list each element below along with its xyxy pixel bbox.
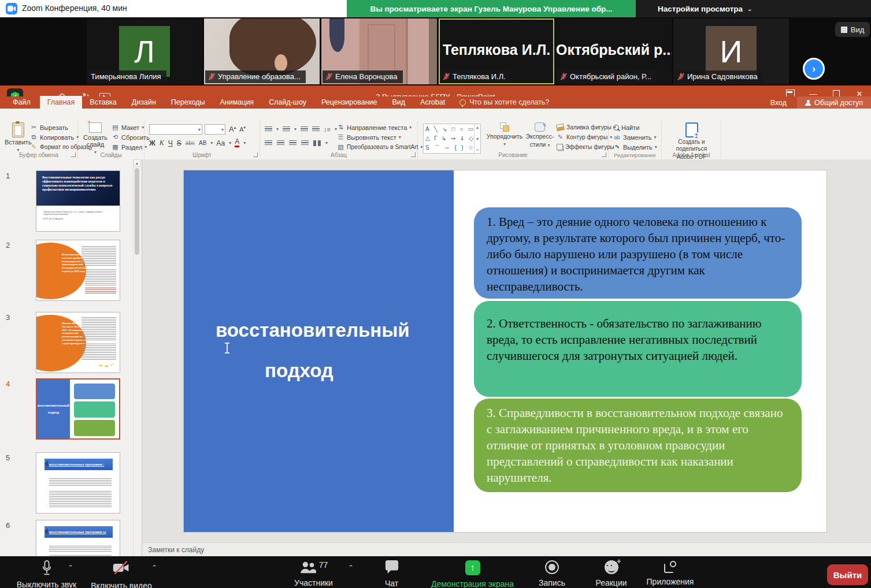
audio-options-chevron[interactable]: ⌃ bbox=[68, 564, 73, 572]
record-button[interactable]: Запись bbox=[529, 560, 575, 587]
shapes-gallery[interactable]: A╲↘□○▭ △Г↳⇒⇓◇ S⌒∼{}☆ ▲▼≡ bbox=[423, 124, 481, 154]
align-center-icon[interactable] bbox=[277, 140, 284, 146]
participant-tile[interactable]: Елена Воронцова bbox=[321, 18, 437, 84]
new-slide-button[interactable]: Создать слайд▾ bbox=[81, 122, 109, 156]
smartart-icon: ▧ bbox=[337, 143, 344, 151]
replace-button[interactable]: abЗаменить▾ bbox=[613, 132, 656, 142]
shadow-button[interactable]: S bbox=[177, 139, 181, 147]
muted-mic-icon bbox=[560, 73, 567, 80]
increase-indent-icon[interactable] bbox=[312, 126, 320, 132]
slide-title-line2[interactable]: подход bbox=[265, 360, 333, 382]
shape-outline-button[interactable]: ✎Контур фигуры▾ bbox=[557, 132, 612, 142]
align-right-icon[interactable] bbox=[289, 140, 296, 146]
select-button[interactable]: ↖Выделить▾ bbox=[613, 142, 657, 152]
apps-button[interactable]: Приложения bbox=[643, 560, 698, 586]
change-case-button[interactable]: Аа bbox=[216, 139, 225, 147]
bold-button[interactable]: Ж bbox=[149, 139, 155, 147]
slide-thumbnail-3[interactable]: Письмо Минобрнауки России от 18.12.2015 … bbox=[36, 312, 120, 373]
slide-textbox-3[interactable]: 3. Справедливости в восстановительном по… bbox=[474, 399, 802, 492]
dialog-launcher-icon[interactable] bbox=[602, 152, 606, 157]
bullets-icon[interactable] bbox=[265, 126, 272, 132]
cut-button[interactable]: ✂Вырезать bbox=[30, 122, 68, 132]
line-spacing-icon[interactable]: ↕≡ bbox=[324, 126, 331, 133]
participant-tile[interactable]: Октябрьский р... Октябрьский район, Р... bbox=[556, 18, 672, 84]
leave-meeting-button[interactable]: Выйти bbox=[827, 564, 868, 585]
grow-font-button[interactable]: А▴ bbox=[229, 125, 236, 133]
next-participants-button[interactable]: › bbox=[803, 58, 825, 80]
start-video-button[interactable]: Включить видео bbox=[87, 560, 156, 588]
shrink-font-button[interactable]: А▾ bbox=[239, 125, 246, 133]
dialog-launcher-icon[interactable] bbox=[71, 152, 76, 157]
shape-connector-icon: ↳ bbox=[442, 135, 446, 142]
notes-pane[interactable]: Заметки к слайду bbox=[142, 542, 871, 556]
numbering-icon[interactable] bbox=[283, 126, 290, 132]
tab-insert[interactable]: Вставка bbox=[82, 96, 124, 109]
decrease-indent-icon[interactable] bbox=[301, 126, 308, 132]
tab-animations[interactable]: Анимация bbox=[212, 96, 261, 109]
shapes-scroll[interactable]: ▲▼≡ bbox=[474, 124, 480, 153]
slide-thumbnail-4-selected[interactable]: восстановительный подход bbox=[36, 378, 120, 440]
slide-thumbnail-2[interactable]: Концепция развития системы профилактики … bbox=[36, 240, 120, 301]
font-size-select[interactable]: ▾ bbox=[205, 124, 225, 135]
slide-textbox-2[interactable]: 2. Ответственность - обязательство по за… bbox=[474, 301, 802, 397]
find-button[interactable]: Найти bbox=[613, 122, 639, 132]
participant-tile[interactable]: Л Тимерьянова Лилия bbox=[87, 18, 202, 84]
justify-icon[interactable] bbox=[301, 140, 309, 146]
group-drawing: A╲↘□○▭ △Г↳⇒⇓◇ S⌒∼{}☆ ▲▼≡ Упорядочить▾ Эк… bbox=[418, 121, 609, 159]
reactions-button[interactable]: + Реакции bbox=[587, 560, 636, 587]
quick-styles-label1: Экспресс- bbox=[526, 133, 554, 140]
shape-effects-icon bbox=[557, 144, 563, 150]
align-text-button[interactable]: ☰Выровнять текст▾ bbox=[337, 132, 401, 142]
underline-button[interactable]: Ч bbox=[168, 139, 173, 147]
chat-button[interactable]: Чат bbox=[370, 560, 413, 588]
section-button[interactable]: ▦Раздел▾ bbox=[112, 142, 147, 152]
share-screen-button[interactable]: ↑ Демонстрация экрана bbox=[428, 560, 517, 588]
dialog-launcher-icon[interactable] bbox=[253, 152, 258, 157]
replace-label: Заменить bbox=[623, 134, 651, 141]
share-button[interactable]: Общий доступ bbox=[797, 96, 871, 109]
tab-slideshow[interactable]: Слайд-шоу bbox=[261, 96, 314, 109]
participant-tile-active-speaker[interactable]: Теплякова И.Л. Теплякова И.Л. bbox=[439, 18, 554, 84]
sign-in-button[interactable]: Вход bbox=[760, 99, 797, 107]
tab-view[interactable]: Вид bbox=[384, 96, 413, 109]
font-name-select[interactable]: ▾ bbox=[149, 124, 202, 135]
font-color-button[interactable]: А bbox=[235, 139, 239, 147]
scroll-up-icon[interactable]: ▲ bbox=[134, 159, 140, 167]
quick-styles-icon bbox=[535, 122, 545, 132]
participant-tile[interactable]: И Ирина Садовникова bbox=[673, 18, 789, 84]
shape-fill-button[interactable]: Заливка фигуры▾ bbox=[557, 122, 616, 132]
paste-button[interactable]: Вставить▾ bbox=[5, 122, 32, 154]
tab-home[interactable]: Главная bbox=[40, 96, 83, 109]
scrollbar-thumb[interactable] bbox=[135, 168, 139, 255]
tab-review[interactable]: Рецензирование bbox=[314, 96, 385, 109]
slide-blue-panel[interactable]: восстановительный подход bbox=[184, 170, 454, 532]
slide-textbox-1[interactable]: 1. Вред – это деяние одного человека по … bbox=[474, 207, 802, 299]
quick-styles-button[interactable]: Экспресс- стили ▾ bbox=[524, 122, 555, 149]
tab-acrobat[interactable]: Acrobat bbox=[413, 96, 453, 109]
smartart-button[interactable]: ▧Преобразовать в SmartArt▾ bbox=[337, 142, 423, 152]
tab-file[interactable]: Файл bbox=[3, 96, 40, 109]
align-left-icon[interactable] bbox=[265, 140, 272, 146]
participants-button[interactable]: 77 Участники bbox=[280, 560, 347, 587]
view-layout-button[interactable]: Вид bbox=[835, 22, 870, 37]
tab-transitions[interactable]: Переходы bbox=[164, 96, 213, 109]
text-direction-button[interactable]: ⇅Направление текста▾ bbox=[337, 122, 412, 132]
tell-me-box[interactable]: Что вы хотите сделать? bbox=[453, 96, 556, 109]
dialog-launcher-icon[interactable] bbox=[411, 152, 416, 157]
slide-title-line1[interactable]: восстановительный bbox=[216, 319, 410, 341]
arrange-button[interactable]: Упорядочить▾ bbox=[487, 122, 522, 148]
slide-thumbnail-1[interactable]: Восстановительные технологии как ресурс … bbox=[36, 170, 120, 232]
character-spacing-button[interactable]: АВ bbox=[199, 140, 206, 146]
layout-button[interactable]: ▤Макет▾ bbox=[112, 122, 144, 132]
slide-thumbnail-5[interactable]: восстановительных программ : bbox=[36, 452, 120, 513]
thumbnail-scrollbar[interactable]: ▲ bbox=[133, 159, 141, 556]
tab-design[interactable]: Дизайн bbox=[124, 96, 164, 109]
copy-button[interactable]: ⧉Копировать▾ bbox=[30, 132, 79, 142]
participant-tile[interactable]: Управление образова... bbox=[204, 18, 320, 84]
columns-icon[interactable] bbox=[313, 140, 321, 146]
view-options-button[interactable]: Настройки просмотра ⌄ bbox=[636, 0, 871, 17]
participants-options-chevron[interactable]: ⌃ bbox=[348, 564, 354, 572]
video-options-chevron[interactable]: ⌃ bbox=[151, 564, 157, 572]
italic-button[interactable]: К bbox=[160, 139, 164, 147]
strikethrough-button[interactable]: abc bbox=[186, 140, 195, 146]
